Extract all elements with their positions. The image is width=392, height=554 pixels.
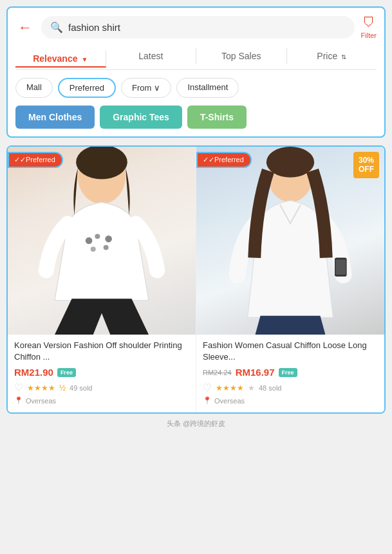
watermark: 头条 @跨境的虾皮 [6,419,386,429]
preferred-check-icon-2: ✓ [203,156,209,164]
location-text-1: Overseas [26,397,56,405]
from-arrow-icon: ∨ [154,83,160,93]
category-tags: Men Clothes Graphic Tees T-Shirts [15,106,377,129]
tab-latest-label: Latest [138,51,163,61]
top-section: ← 🔍 fashion shirt ⛉ Filter Relevance ▼ L… [6,6,386,138]
tab-latest[interactable]: Latest [106,48,197,64]
sort-tabs: Relevance ▼ Latest Top Sales Price ⇅ [15,48,377,70]
chip-mall-label: Mall [26,82,42,92]
tag-graphic-tees[interactable]: Graphic Tees [100,106,182,129]
chip-preferred-label: Preferred [70,83,104,93]
free-shipping-badge-2: Free [279,368,297,377]
half-star-1: ½ [59,383,66,392]
tag-t-shirts[interactable]: T-Shirts [187,106,247,129]
empty-star-2: ★ [248,383,255,392]
product-card-1[interactable]: ✓ ✓Preferred Korean Version Fashion Off … [8,147,196,412]
location-icon-1: 📍 [14,396,23,405]
tab-relevance[interactable]: Relevance ▼ [15,51,106,68]
product-image-1: ✓ ✓Preferred [8,147,196,335]
wishlist-button-2[interactable]: ♡ [203,382,212,394]
relevance-arrow-icon: ▼ [81,56,88,63]
product-title-2: Fashion Women Casual Chiffon Loose Long … [203,340,378,363]
preferred-badge-1: ✓ ✓Preferred [8,152,63,168]
chip-installment-label: Installment [187,82,228,92]
chip-from[interactable]: From ∨ [121,78,171,98]
chip-installment[interactable]: Installment [176,78,239,98]
sold-count-2: 48 sold [259,384,281,392]
discount-badge-2: 30% OFF [353,152,379,178]
rating-row-2: ♡ ★★★★★ 48 sold [203,382,378,394]
preferred-check-icon: ✓ [14,156,20,164]
svg-point-3 [105,235,112,243]
chip-mall[interactable]: Mall [15,78,53,98]
product-figure-1 [8,147,196,335]
product-title-1: Korean Version Fashion Off shoulder Prin… [14,340,189,363]
bottom-section: ✓ ✓Preferred Korean Version Fashion Off … [6,145,386,414]
svg-point-4 [91,246,96,252]
svg-point-2 [95,234,100,239]
filter-chips: Mall Preferred From ∨ Installment [15,78,377,98]
search-query: fashion shirt [68,22,120,33]
price-original-2: RM24.24 [203,369,232,376]
discount-percent: 30% [359,156,374,165]
product-info-1: Korean Version Fashion Off shoulder Prin… [8,335,196,405]
price-row-2: RM24.24 RM16.97 Free [203,367,378,378]
svg-rect-10 [335,259,346,275]
wishlist-button-1[interactable]: ♡ [14,382,23,394]
product-card-2[interactable]: ✓ ✓Preferred 30% OFF Fashion Women Casua… [196,147,384,412]
discount-off: OFF [359,165,374,174]
search-bar-row: ← 🔍 fashion shirt ⛉ Filter [15,15,377,39]
tag-graphic-tees-label: Graphic Tees [113,112,169,122]
stars-1: ★★★★ [27,383,55,392]
tag-t-shirts-label: T-Shirts [200,112,234,122]
tab-price-label: Price [317,51,337,61]
filter-button[interactable]: ⛉ Filter [361,15,377,39]
price-current-1: RM21.90 [14,367,53,378]
sold-count-1: 49 sold [70,384,92,392]
search-icon: 🔍 [50,21,63,33]
svg-point-5 [104,245,109,250]
tab-relevance-label: Relevance [33,53,77,64]
product-info-2: Fashion Women Casual Chiffon Loose Long … [196,335,384,405]
filter-icon: ⛉ [362,15,375,30]
products-grid: ✓ ✓Preferred Korean Version Fashion Off … [8,147,384,412]
tab-price[interactable]: Price ⇅ [287,48,377,64]
price-current-2: RM16.97 [236,367,275,378]
price-sort-icon: ⇅ [341,53,346,60]
chip-preferred[interactable]: Preferred [58,78,116,98]
product-image-2: ✓ ✓Preferred 30% OFF [196,147,384,335]
price-row-1: RM21.90 Free [14,367,189,378]
tag-men-clothes-label: Men Clothes [28,112,82,122]
tab-top-sales-label: Top Sales [221,51,261,61]
svg-point-1 [86,237,93,245]
tag-men-clothes[interactable]: Men Clothes [15,106,95,129]
back-button[interactable]: ← [15,17,35,39]
free-shipping-badge-1: Free [57,368,76,377]
rating-row-1: ♡ ★★★★½ 49 sold [14,382,189,394]
location-icon-2: 📍 [203,396,212,405]
location-row-1: 📍 Overseas [14,396,189,405]
product-image-bg-1 [8,147,196,335]
filter-label: Filter [361,32,377,39]
tab-top-sales[interactable]: Top Sales [196,48,287,64]
stars-2: ★★★★ [216,383,244,392]
location-row-2: 📍 Overseas [203,396,378,405]
location-text-2: Overseas [214,397,245,405]
search-bar[interactable]: 🔍 fashion shirt [41,16,355,39]
chip-from-label: From [132,83,151,93]
preferred-badge-2: ✓ ✓Preferred [196,152,252,168]
